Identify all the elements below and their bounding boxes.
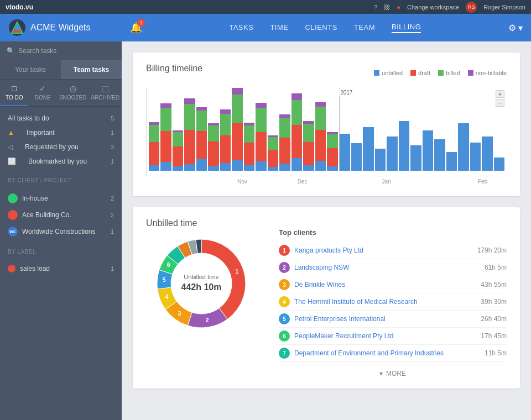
zoom-in-button[interactable]: + (496, 90, 504, 98)
more-button[interactable]: ▾ MORE (279, 370, 507, 377)
snoozed-icon: ◷ (70, 84, 76, 93)
unbilled-time-title: Unbilled time (146, 218, 197, 228)
donut-chart: 123456 Unbilled time 442h 10m (146, 228, 257, 339)
system-bar: vtodo.vu ? ⛓ ● Change workspace RS Roger… (0, 0, 531, 14)
view-tabs: □ TO DO ✓ DONE ◷ SNOOZED ⬚ ARCHIVED (0, 80, 122, 107)
notification-badge: 1 (137, 19, 145, 27)
billing-timeline-title: Billing timeline (146, 64, 202, 74)
archived-icon: ⬚ (102, 84, 109, 93)
nav-team[interactable]: TEAM (354, 23, 375, 33)
client-worldwide[interactable]: WC Worldwide Constructions 1 (0, 223, 122, 240)
sales-lead-dot (8, 265, 15, 272)
main-content: Billing timeline unbilled draft billed (122, 41, 531, 420)
client-row: 1 Kanga products Pty Ltd 179h 20m (279, 242, 507, 259)
client-time: 179h 20m (477, 246, 507, 254)
client-section: In-house 2 Ace Building Co. 2 WC Worldwi… (0, 186, 122, 244)
zoom-out-button[interactable]: − (496, 99, 504, 107)
chart-wrapper: 2017 NovDecJanFeb + − (146, 88, 507, 185)
task-tabs: Your tasks Team tasks (0, 60, 122, 80)
search-icon: 🔍 (7, 47, 15, 55)
app-logo-area: ACME Widgets (8, 19, 130, 36)
client-name[interactable]: Kanga products Pty Ltd (294, 246, 477, 254)
client-inhouse[interactable]: In-house 2 (0, 190, 122, 207)
chart-legend: unbilled draft billed non-billable (374, 70, 507, 76)
requested-icon: ◁ (8, 143, 13, 151)
done-icon: ✓ (39, 84, 46, 93)
unbilled-time-card: Unbilled time 123456 Unbilled time 442h … (133, 207, 520, 389)
notification-bell[interactable]: 🔔 1 (130, 22, 142, 34)
client-name[interactable]: De Brinkle Wines (294, 281, 481, 288)
unbilled-content: 123456 Unbilled time 442h 10m Top client… (146, 228, 507, 377)
draft-color (410, 70, 416, 76)
client-name[interactable]: Landscaping NSW (294, 264, 485, 271)
main-layout: 🔍 Search tasks Your tasks Team tasks □ T… (0, 41, 531, 420)
client-rank: 1 (279, 245, 290, 256)
ace-dot (8, 210, 18, 220)
unbilled-color (374, 70, 379, 76)
view-tab-snoozed[interactable]: ◷ SNOOZED (57, 80, 88, 106)
change-workspace-button[interactable]: Change workspace (407, 4, 459, 11)
client-ace[interactable]: Ace Building Co. 2 (0, 207, 122, 223)
share-icon[interactable]: ⛓ (384, 4, 390, 11)
client-row: 6 PeopleMaker Recruitment Pty Ltd 17h 45… (279, 328, 507, 345)
team-tasks-tab[interactable]: Team tasks (61, 60, 122, 79)
client-rank: 3 (279, 279, 290, 290)
nav-tasks[interactable]: TASKS (229, 23, 253, 33)
inhouse-dot (8, 193, 18, 203)
sidebar: 🔍 Search tasks Your tasks Team tasks □ T… (0, 41, 122, 420)
client-rank: 7 (279, 348, 290, 359)
help-icon[interactable]: ? (374, 4, 377, 11)
chart-header: Billing timeline unbilled draft billed (146, 64, 507, 82)
requested-by-you-item[interactable]: ◁ Requested by you 3 (0, 140, 122, 154)
nav-clients[interactable]: CLIENTS (305, 23, 337, 33)
svg-point-3 (14, 25, 20, 30)
client-rank: 6 (279, 330, 290, 342)
user-name[interactable]: Roger Simpson (483, 4, 525, 11)
client-time: 39h 30m (481, 298, 507, 306)
client-name[interactable]: Petrol Enterprises International (294, 315, 481, 323)
bookmark-icon: ⬜ (8, 158, 16, 165)
client-row: 2 Landscaping NSW 61h 5m (279, 259, 507, 276)
settings-icon[interactable]: ⚙ ▾ (508, 23, 523, 33)
client-name[interactable]: Department of Environment and Primary In… (294, 349, 485, 357)
view-tab-done[interactable]: ✓ DONE (28, 80, 56, 106)
nonbillable-color (468, 70, 473, 76)
status-dot: ● (397, 4, 400, 11)
your-tasks-tab[interactable]: Your tasks (0, 60, 61, 79)
svg-text:1: 1 (235, 268, 238, 275)
app-logo-icon (8, 19, 26, 36)
client-row: 4 The Hemmil Institute of Medical Resear… (279, 293, 507, 311)
nav-billing[interactable]: BILLING (392, 23, 421, 33)
important-item[interactable]: ▲ Important 1 (0, 125, 122, 140)
search-box[interactable]: 🔍 Search tasks (7, 47, 115, 55)
svg-text:3: 3 (178, 310, 181, 317)
top-clients-title: Top clients (279, 228, 507, 237)
all-tasks-item[interactable]: All tasks to do 5 (0, 111, 122, 125)
bookmarked-item[interactable]: ⬜ Bookmarked by you 1 (0, 154, 122, 169)
app-name: ACME Widgets (30, 23, 90, 33)
view-tab-archived[interactable]: ⬚ ARCHIVED (88, 80, 122, 106)
client-rank: 5 (279, 313, 290, 324)
client-rank: 2 (279, 262, 290, 273)
by-label-label: BY LABEL (0, 244, 122, 257)
billing-timeline-card: Billing timeline unbilled draft billed (133, 53, 520, 196)
client-rank: 4 (279, 296, 290, 307)
legend-unbilled: unbilled (374, 70, 403, 76)
client-time: 61h 5m (485, 264, 507, 271)
label-sales-lead[interactable]: sales lead 1 (0, 261, 122, 276)
nav-time[interactable]: TIME (270, 23, 288, 33)
todo-icon: □ (12, 84, 16, 93)
chart-area: 2017 (146, 88, 507, 176)
client-row: 7 Department of Environment and Primary … (279, 345, 507, 362)
all-tasks-section: All tasks to do 5 ▲ Important 1 ◁ Reques… (0, 107, 122, 173)
user-avatar[interactable]: RS (466, 2, 477, 13)
search-placeholder: Search tasks (18, 47, 56, 55)
client-name[interactable]: The Hemmil Institute of Medical Research (294, 298, 481, 306)
billed-color (438, 70, 444, 76)
svg-text:2: 2 (205, 317, 209, 323)
clients-table: Top clients 1 Kanga products Pty Ltd 179… (279, 228, 507, 377)
view-tab-todo[interactable]: □ TO DO (0, 80, 28, 106)
client-time: 17h 45m (481, 332, 507, 340)
client-name[interactable]: PeopleMaker Recruitment Pty Ltd (294, 332, 481, 340)
chevron-down-icon: ▾ (379, 370, 383, 377)
